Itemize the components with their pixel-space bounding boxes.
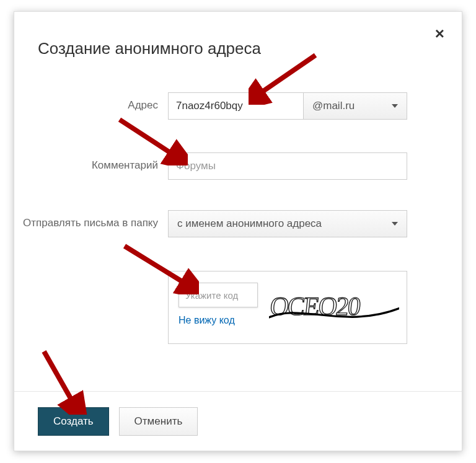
svg-line-1 <box>256 55 315 96</box>
modal-title: Создание анонимного адреса <box>38 39 261 58</box>
chevron-down-icon <box>392 222 398 226</box>
chevron-down-icon <box>392 104 398 108</box>
comment-label: Комментарий <box>14 152 168 172</box>
cancel-button[interactable]: Отменить <box>119 407 198 436</box>
create-anon-address-modal: × Создание анонимного адреса Адрес @mail… <box>14 11 462 451</box>
folder-select[interactable]: с именем анонимного адреса <box>168 210 407 237</box>
captcha-input[interactable] <box>178 283 258 307</box>
folder-select-value: с именем анонимного адреса <box>177 218 322 230</box>
svg-line-2 <box>120 120 177 157</box>
captcha-refresh-link[interactable]: Не вижу код <box>178 315 258 326</box>
domain-select-value: @mail.ru <box>312 100 355 112</box>
folder-label: Отправлять письма в папку <box>14 210 168 230</box>
modal-footer: Создать Отменить <box>14 391 462 451</box>
captcha-image: OCEO20 <box>269 283 399 335</box>
create-button[interactable]: Создать <box>38 407 109 436</box>
comment-input[interactable] <box>168 152 407 180</box>
address-input[interactable] <box>168 92 303 120</box>
captcha-box: Не вижу код OCEO20 <box>168 271 407 344</box>
address-label: Адрес <box>14 92 168 112</box>
close-icon[interactable]: × <box>435 25 444 42</box>
domain-select[interactable]: @mail.ru <box>303 92 407 120</box>
